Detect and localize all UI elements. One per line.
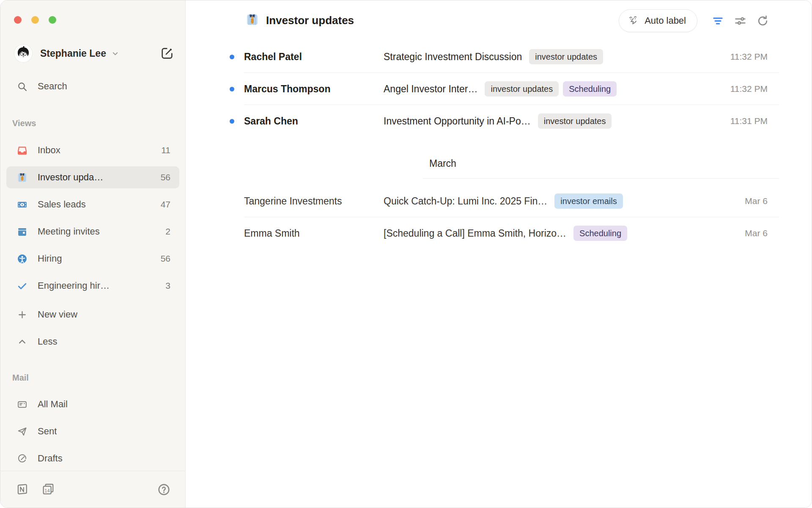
sidebar-item-label: Meeting invites	[38, 226, 100, 237]
sidebar-item-investor-updates[interactable]: Investor upda… 56	[6, 166, 179, 188]
person-circle-icon	[16, 253, 27, 264]
label-tag[interactable]: investor emails	[554, 193, 623, 209]
label-tag[interactable]: Scheduling	[563, 81, 617, 97]
notion-calendar-icon: 14	[41, 483, 55, 496]
label-tag[interactable]: investor updates	[485, 81, 559, 97]
auto-label-button[interactable]: Auto label	[619, 9, 697, 32]
sidebar-item-hiring[interactable]: Hiring 56	[6, 248, 179, 270]
notion-logo-icon	[15, 483, 29, 496]
compose-button[interactable]	[159, 45, 175, 61]
sidebar-footer-divider	[0, 471, 185, 471]
search-label: Search	[38, 81, 67, 92]
sidebar-item-engineering-hiring[interactable]: Engineering hir… 3	[6, 275, 179, 297]
sidebar-item-label: Inbox	[38, 145, 60, 156]
ai-face-icon	[628, 14, 639, 27]
sidebar-item-sales-leads[interactable]: Sales leads 47	[6, 193, 179, 215]
unread-count: 56	[161, 254, 170, 264]
views-section-label: Views	[12, 119, 36, 128]
email-sender: Sarah Chen	[244, 116, 384, 127]
email-subject: Strategic Investment Discussion	[384, 51, 522, 63]
email-row[interactable]: Tangerine Investments Quick Catch-Up: Lu…	[186, 185, 812, 217]
sidebar-item-all-mail[interactable]: All Mail	[6, 393, 179, 415]
list-header: Investor updates Auto label	[186, 0, 812, 41]
inbox-tray-icon	[16, 145, 27, 156]
email-subject: [Scheduling a Call] Emma Smith, Horizo…	[384, 228, 566, 239]
refresh-button[interactable]	[755, 13, 770, 28]
email-time: 11:32 PM	[730, 52, 768, 62]
unread-count: 11	[161, 145, 170, 155]
page-title: Investor updates	[266, 14, 354, 27]
email-time: 11:31 PM	[730, 116, 768, 126]
help-icon	[157, 483, 171, 497]
minimize-window-button[interactable]	[31, 16, 39, 24]
unread-dot	[230, 87, 234, 91]
label-tag[interactable]: investor updates	[538, 113, 612, 129]
calendar-icon	[16, 226, 27, 237]
search-button[interactable]: Search	[6, 75, 179, 97]
close-window-button[interactable]	[14, 16, 22, 24]
email-subject: Quick Catch-Up: Lumi Inc. 2025 Fin…	[384, 196, 547, 207]
email-date: Mar 6	[745, 228, 768, 238]
app-window: Stephanie Lee Search Views	[0, 0, 812, 508]
view-necktie-icon	[246, 13, 259, 28]
zoom-window-button[interactable]	[49, 16, 56, 24]
help-button[interactable]	[156, 482, 171, 497]
display-settings-button[interactable]	[732, 13, 748, 28]
sidebar-item-sent[interactable]: Sent	[6, 420, 179, 442]
sidebar-item-drafts[interactable]: Drafts	[6, 447, 179, 469]
label-tag[interactable]: investor updates	[529, 49, 603, 64]
new-view-label: New view	[38, 309, 77, 320]
less-button[interactable]: Less	[6, 331, 179, 353]
email-row[interactable]: Emma Smith [Scheduling a Call] Emma Smit…	[186, 217, 812, 249]
sidebar-item-label: Engineering hir…	[38, 280, 110, 291]
sidebar-item-label: Sales leads	[38, 199, 86, 210]
checkmark-icon	[16, 280, 27, 291]
account-name: Stephanie Lee	[40, 48, 106, 59]
unread-count: 3	[165, 281, 170, 291]
sidebar-item-inbox[interactable]: Inbox 11	[6, 139, 179, 161]
avatar	[14, 44, 32, 62]
less-label: Less	[38, 336, 57, 347]
sidebar-item-label: All Mail	[38, 399, 68, 410]
email-sender: Tangerine Investments	[244, 196, 384, 207]
svg-text:14: 14	[44, 488, 49, 493]
sidebar-item-label: Investor upda…	[38, 172, 103, 183]
notion-app-button[interactable]	[15, 482, 29, 497]
email-date: Mar 6	[745, 196, 768, 206]
email-sender: Marcus Thompson	[244, 83, 384, 95]
sidebar-item-meeting-invites[interactable]: Meeting invites 2	[6, 221, 179, 243]
account-switcher[interactable]: Stephanie Lee	[14, 44, 175, 63]
unread-count: 47	[161, 199, 170, 210]
sidebar: Stephanie Lee Search Views	[0, 0, 186, 508]
plus-icon	[16, 309, 27, 320]
paper-plane-icon	[16, 426, 27, 437]
email-subject: Investment Opportunity in AI-Po…	[384, 116, 531, 127]
filter-icon	[711, 14, 724, 28]
unread-count: 2	[165, 226, 170, 237]
chevron-down-icon	[111, 50, 119, 58]
sidebar-item-label: Drafts	[38, 453, 63, 464]
sidebar-item-label: Sent	[38, 426, 57, 437]
window-controls	[14, 16, 56, 24]
sidebar-item-label: Hiring	[38, 253, 62, 264]
mail-section-label: Mail	[12, 373, 29, 383]
filter-button[interactable]	[710, 13, 725, 28]
banknote-icon	[16, 199, 27, 210]
email-subject: Angel Investor Inter…	[384, 83, 477, 95]
chevron-up-icon	[16, 336, 27, 347]
label-tag[interactable]: Scheduling	[573, 226, 627, 241]
email-sender: Emma Smith	[244, 228, 384, 239]
section-divider	[422, 178, 779, 179]
unread-dot	[230, 119, 234, 124]
email-sender: Rachel Patel	[244, 51, 384, 63]
email-row[interactable]: Sarah Chen Investment Opportunity in AI-…	[186, 105, 812, 137]
auto-label-text: Auto label	[645, 15, 686, 26]
email-time: 11:32 PM	[730, 84, 768, 94]
email-row[interactable]: Rachel Patel Strategic Investment Discus…	[186, 41, 812, 73]
refresh-icon	[756, 14, 769, 28]
notion-calendar-button[interactable]: 14	[41, 482, 55, 497]
mail-list-pane: Investor updates Auto label	[186, 0, 812, 508]
new-view-button[interactable]: New view	[6, 304, 179, 326]
section-header-march: March	[429, 153, 456, 174]
email-row[interactable]: Marcus Thompson Angel Investor Inter… in…	[186, 73, 812, 105]
